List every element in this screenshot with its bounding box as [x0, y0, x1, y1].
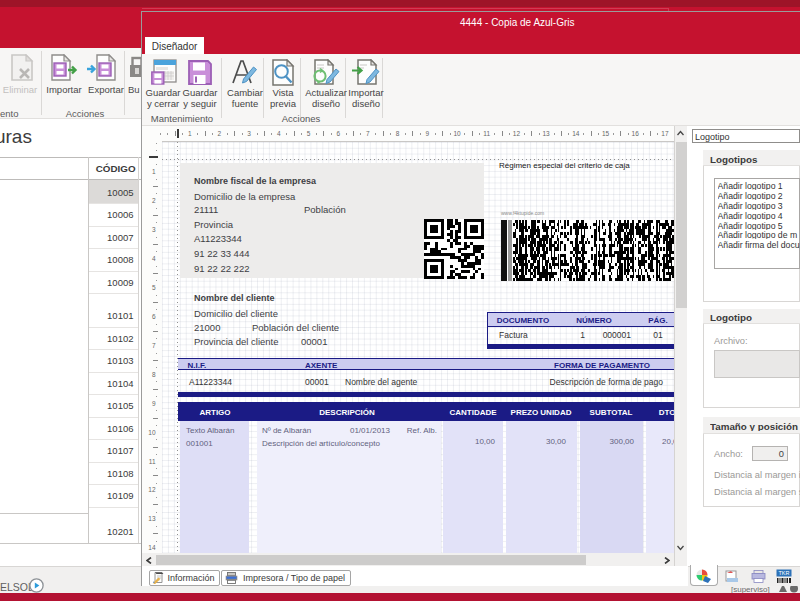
svg-text:TKR: TKR	[779, 570, 790, 576]
